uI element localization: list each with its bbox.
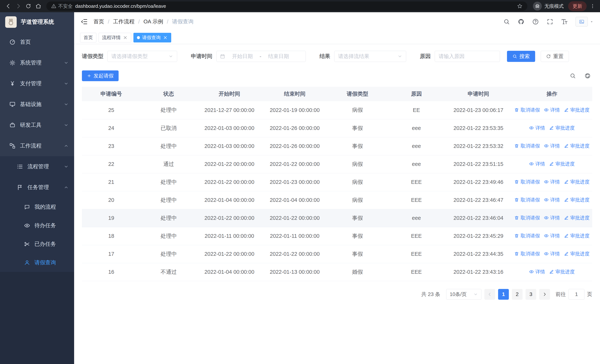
cancel-leave-link[interactable]: 取消请假 [514,233,540,239]
sidebar-item-home[interactable]: 首页 [0,32,74,52]
cancel-leave-link[interactable]: 取消请假 [514,215,540,221]
cell-apply-no: 25 [82,101,141,119]
tab-leave-query[interactable]: 请假查询 [133,33,171,42]
approval-progress-link[interactable]: 审批进度 [564,251,590,257]
bookmark-star-icon[interactable] [517,3,523,9]
font-size-icon[interactable] [561,18,568,25]
search-icon[interactable] [503,18,510,25]
sidebar-item-my-processes[interactable]: 我的流程 [0,198,74,216]
sidebar-item-payment[interactable]: 支付管理 [0,73,74,94]
browser-back-button[interactable] [3,1,13,11]
github-icon[interactable] [518,18,525,25]
back-icon [5,3,11,9]
sidebar-item-leave-query[interactable]: 请假查询 [0,253,74,272]
security-chip[interactable]: 不安全 [51,3,73,9]
sidebar-item-workflow[interactable]: 工作流程 [0,135,74,156]
address-bar[interactable]: 不安全 dashboard.yudao.iocoder.cn/bpm/oa/le… [46,1,527,11]
next-page-button[interactable] [539,289,550,300]
breadcrumb-item[interactable]: 首页 [94,18,104,25]
approval-progress-link[interactable]: 审批进度 [564,179,590,185]
cell-type: 病假 [328,101,388,119]
detail-link[interactable]: 详情 [544,233,560,239]
browser-forward-button[interactable] [13,1,23,11]
detail-link[interactable]: 详情 [544,197,560,203]
tab-close-icon[interactable] [123,35,128,40]
cancel-leave-link[interactable]: 取消请假 [514,251,540,257]
rabbit-icon [7,18,15,26]
sidebar-item-infrastructure[interactable]: 基础设施 [0,94,74,115]
detail-link[interactable]: 详情 [529,125,545,131]
page-button-2[interactable]: 2 [512,289,523,300]
detail-link[interactable]: 详情 [544,215,560,221]
search-button[interactable]: 搜索 [507,51,535,62]
breadcrumb: 首页 工作流程 OA 示例 请假查询 [94,18,194,25]
leave-type-select[interactable]: 请选择请假类型 [107,51,177,62]
sidebar-item-system[interactable]: 系统管理 [0,52,74,73]
tab-home[interactable]: 首页 [80,33,96,42]
eye-icon [529,269,534,274]
result-select[interactable]: 请选择流结果 [334,51,406,62]
reason-input[interactable] [439,53,496,59]
logo-avatar [5,16,17,28]
tab-close-icon[interactable] [163,35,168,40]
sidebar-item-task-mgmt[interactable]: 任务管理 [0,177,74,198]
eye-icon [544,179,549,184]
prev-page-button[interactable] [484,289,495,300]
help-icon[interactable] [532,18,539,25]
reset-button[interactable]: 重置 [541,51,569,62]
breadcrumb-item[interactable]: 工作流程 [104,18,134,25]
browser-home-button[interactable] [33,1,43,11]
filter-label: 原因 [420,53,431,60]
tools-icon [9,122,16,128]
approval-progress-link[interactable]: 审批进度 [549,125,575,131]
approval-progress-link[interactable]: 审批进度 [549,161,575,167]
eye-icon [544,107,549,112]
detail-link[interactable]: 详情 [544,143,560,149]
cancel-leave-link[interactable]: 取消请假 [514,179,540,185]
detail-link[interactable]: 详情 [529,161,545,167]
breadcrumb-item[interactable]: OA 示例 [134,18,163,25]
approval-progress-link[interactable]: 审批进度 [564,107,590,113]
sidebar-item-devtools[interactable]: 研发工具 [0,115,74,135]
sidebar-item-label: 请假查询 [35,259,56,266]
table-row: 25 处理中 2021-12-27 00:00:00 2022-01-19 00… [82,101,592,119]
page-button-1[interactable]: 1 [498,289,509,300]
cell-type: 事假 [328,245,388,263]
tab-process-detail[interactable]: 流程详情 [99,33,131,42]
browser-menu-button[interactable] [589,1,597,11]
cell-status: 不通过 [141,263,197,281]
browser-reload-button[interactable] [23,1,33,11]
detail-link[interactable]: 详情 [544,107,560,113]
date-range-picker[interactable]: - [216,51,306,62]
fullscreen-icon[interactable] [547,18,553,25]
user-avatar-menu[interactable] [576,17,594,27]
approval-progress-link[interactable]: 审批进度 [564,143,590,149]
approval-progress-link[interactable]: 审批进度 [564,233,590,239]
sidebar-item-process-mgmt[interactable]: 流程管理 [0,156,74,177]
page-button-3[interactable]: 3 [525,289,536,300]
browser-update-button[interactable]: 更新 [568,1,587,11]
detail-link[interactable]: 详情 [544,179,560,185]
goto-unit: 页 [587,291,592,298]
end-date-input[interactable] [263,53,294,59]
cell-status: 处理中 [141,137,197,155]
approval-progress-link[interactable]: 审批进度 [549,269,575,275]
start-date-input[interactable] [227,53,258,59]
create-leave-button[interactable]: 发起请假 [82,70,119,81]
page-size-select[interactable]: 10条/页 [446,289,481,300]
edit-icon [564,197,569,202]
cancel-leave-link[interactable]: 取消请假 [514,143,540,149]
detail-link[interactable]: 详情 [529,269,545,275]
refresh-table-icon[interactable] [584,73,591,79]
menu-fold-icon[interactable] [80,18,88,25]
approval-progress-link[interactable]: 审批进度 [564,197,590,203]
cancel-leave-link[interactable]: 取消请假 [514,107,540,113]
cell-end: 2022-01-26 00:00:00 [262,137,328,155]
sidebar-item-pending-tasks[interactable]: 待办任务 [0,216,74,235]
detail-link[interactable]: 详情 [544,251,560,257]
goto-page-input[interactable] [569,289,584,300]
approval-progress-link[interactable]: 审批进度 [564,215,590,221]
toggle-search-icon[interactable] [570,73,576,79]
sidebar-item-done-tasks[interactable]: 已办任务 [0,235,74,253]
cancel-leave-link[interactable]: 取消请假 [514,197,540,203]
